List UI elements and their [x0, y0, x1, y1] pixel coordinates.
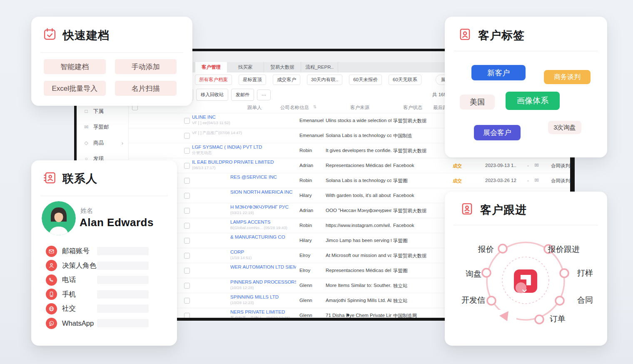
- source-cell: 孚盟贸易大数据: [393, 253, 445, 259]
- toolbar-button-4[interactable]: ···: [257, 90, 271, 100]
- row-checkbox[interactable]: [184, 253, 190, 259]
- owner-cell: Glenn: [299, 313, 324, 318]
- sidebar-item-下属[interactable]: □下属: [77, 105, 128, 117]
- social-icon: [46, 303, 57, 314]
- owner-cell: Emenanuel: [299, 118, 324, 123]
- company-name-link[interactable]: Н МЭНУФЭКЧУРИНГ РУС: [230, 204, 296, 209]
- row-checkbox[interactable]: [184, 238, 190, 244]
- row-checkbox[interactable]: [184, 298, 190, 304]
- company-info-cell: Representaciones Médicas del ...: [326, 268, 391, 273]
- filter-chip-1[interactable]: 所有客户档案: [195, 75, 232, 85]
- table-row[interactable]: RES @SERVICE INC Robin Solana Labs is a …: [129, 173, 570, 188]
- company-info-cell: Solana Labs is a technology co...: [326, 133, 391, 138]
- company-info-cell: With garden tools, it's all about ...: [326, 193, 391, 198]
- phone-icon: [46, 274, 57, 286]
- customer-tag-5[interactable]: 展会客户: [474, 125, 521, 140]
- whatsapp-icon: [46, 318, 57, 329]
- subordinate-icon: □: [83, 108, 89, 114]
- toolbar-button-3[interactable]: 发邮件: [231, 89, 254, 101]
- last-follow-date-cell: 2023-09-13 1..: [485, 163, 526, 168]
- customer-tag-3[interactable]: 美国: [460, 95, 495, 110]
- company-info-cell: Representaciones Médicas del ...: [326, 163, 391, 168]
- dash-cell: -: [527, 178, 532, 183]
- row-checkbox[interactable]: [184, 148, 190, 154]
- mail-icon: ✉: [83, 124, 89, 130]
- row-checkbox[interactable]: [184, 133, 190, 139]
- contact-field-5: 社交: [46, 303, 76, 314]
- source-cell: 孚盟贸易大数据: [393, 118, 445, 124]
- contact-field-placeholder: [97, 304, 149, 313]
- row-checkbox[interactable]: [184, 283, 190, 289]
- header-owner[interactable]: 跟单人: [247, 105, 262, 111]
- tab-find-buyers[interactable]: 找买家: [227, 62, 264, 72]
- source-cell: Facebook: [393, 163, 445, 168]
- row-checkbox[interactable]: [184, 178, 190, 184]
- company-name-link[interactable]: & MANUFACTURING CO: [230, 234, 296, 239]
- row-checkbox[interactable]: [184, 313, 190, 318]
- company-subtitle: 客户标签、并确认... (04/10 12:38): [230, 315, 296, 318]
- status-badge: 成交: [453, 163, 474, 169]
- company-name-link[interactable]: SION NORTH AMERICA INC: [230, 189, 296, 194]
- company-cell: & MANUFACTURING CO: [192, 234, 296, 239]
- smart-create-button[interactable]: 智能建档: [44, 59, 106, 74]
- filter-chip-2[interactable]: 星标置顶: [239, 75, 266, 85]
- tab-trade-big-data[interactable]: 贸易大数据: [264, 62, 301, 72]
- chevron-right-icon: ›: [122, 140, 123, 146]
- customer-tag-6[interactable]: 3次询盘: [548, 121, 581, 134]
- row-checkbox[interactable]: [184, 163, 190, 169]
- owner-cell: Glenn: [299, 283, 324, 288]
- customer-tag-1[interactable]: 新客户: [471, 65, 526, 80]
- company-name-link[interactable]: SPINNING MILLS LTD: [230, 294, 296, 299]
- sort-icon[interactable]: ⇅: [313, 105, 316, 109]
- filter-chip-4[interactable]: 30天内有联..: [307, 75, 342, 85]
- manual-add-button[interactable]: 手动添加: [115, 59, 177, 74]
- company-name-link[interactable]: WER AUTOMATION LTD SIEME: [230, 264, 296, 269]
- company-name-link[interactable]: LGF SYSMAC ( INDIA) PVT LTD: [192, 145, 296, 150]
- customer-tag-4[interactable]: 画像体系: [506, 92, 560, 110]
- divider: [454, 51, 598, 51]
- contact-name: Alan Edwards: [80, 216, 154, 229]
- stage-cell: 合同谈判: [551, 178, 570, 184]
- table-row[interactable]: IL EAE BUILDPRO PRIVATE LIMITED (08/13 1…: [129, 158, 570, 173]
- company-name-link[interactable]: IL EAE BUILDPRO PRIVATE LIMITED: [192, 160, 296, 165]
- row-checkbox[interactable]: [184, 223, 190, 229]
- quick-create-buttons: 智能建档 手动添加 Excel批量导入 名片扫描: [44, 59, 177, 96]
- row-checkbox[interactable]: [184, 208, 190, 214]
- company-name-link[interactable]: LAMPS ACCENTS: [230, 219, 296, 224]
- tab-customer-management[interactable]: 客户管理: [195, 62, 227, 72]
- company-name-link[interactable]: RES @SERVICE INC: [230, 175, 296, 180]
- toolbar-button-2[interactable]: 移入回收站: [196, 89, 228, 101]
- row-checkbox[interactable]: [184, 118, 190, 124]
- source-cell: 孚盟贸易大数据: [393, 208, 445, 214]
- company-name-link[interactable]: NERS PRIVATE LIMITED: [230, 309, 296, 314]
- company-cell: NERS PRIVATE LIMITED 客户标签、并确认... (04/10 …: [192, 309, 296, 318]
- company-name-link[interactable]: ULINE INC: [192, 115, 296, 120]
- tab-process[interactable]: 流程_REPR..: [301, 62, 338, 72]
- excel-import-button[interactable]: Excel批量导入: [44, 81, 106, 96]
- filter-chip-3[interactable]: 成交客户: [273, 75, 300, 85]
- filter-chip-5[interactable]: 60天未报价: [349, 75, 382, 85]
- pagination-dot: [347, 314, 349, 316]
- company-cell: ULINE INC VF [ ] ee(04/13 11:52): [192, 115, 296, 125]
- company-name-link[interactable]: CORP: [230, 249, 296, 254]
- sidebar-item-商品[interactable]: ◇商品›: [77, 137, 128, 149]
- header-status[interactable]: 客户状态: [403, 105, 422, 111]
- header-company-info[interactable]: 公司名称信息: [280, 105, 309, 111]
- company-subtitle: VF [ ] 产品推广(07/08 14:47): [192, 130, 296, 136]
- company-info-cell: Solana Labs is a technology co...: [326, 178, 391, 183]
- mail-icon[interactable]: ✉: [534, 162, 542, 168]
- owner-cell: Hilary: [299, 193, 324, 198]
- customer-tag-2[interactable]: 商务谈判: [544, 70, 591, 84]
- header-source[interactable]: 客户来源: [350, 105, 369, 111]
- row-checkbox[interactable]: [184, 193, 190, 199]
- company-name-link[interactable]: PINNERS AND PROCESSORS: [230, 279, 296, 284]
- company-cell: CORP (1/19 14:51): [192, 249, 296, 260]
- company-cell: SPINNING MILLS LTD (10/28 12:23): [192, 294, 296, 305]
- mail-icon[interactable]: ✉: [534, 177, 542, 183]
- card-scan-button[interactable]: 名片扫描: [115, 81, 177, 96]
- company-cell: RES @SERVICE INC: [192, 175, 296, 180]
- company-subtitle: (10/28 12:23): [230, 300, 296, 305]
- sidebar-item-孚盟邮[interactable]: ✉孚盟邮: [77, 121, 128, 133]
- row-checkbox[interactable]: [184, 268, 190, 274]
- filter-chip-6[interactable]: 60天无联系: [389, 75, 421, 85]
